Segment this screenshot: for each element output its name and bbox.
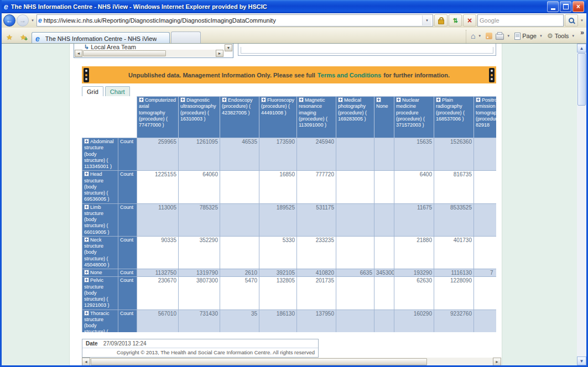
tab-chart[interactable]: Chart	[105, 86, 130, 96]
row-header[interactable]: Pelvic structure (body structure) ( 1292…	[82, 277, 118, 310]
history-dropdown-icon[interactable]: ▼	[30, 19, 35, 22]
cell: 186130	[259, 310, 297, 332]
scrollbar-track[interactable]	[90, 358, 493, 365]
column-header[interactable]: Positron emission tomography (procedure)…	[474, 97, 497, 138]
warning-banner: Unpublished data. Management Information…	[82, 66, 496, 83]
page-vertical-scrollbar[interactable]: ▲ ▼	[577, 44, 586, 365]
expand-icon[interactable]	[139, 97, 144, 102]
expand-icon[interactable]	[84, 311, 89, 316]
close-button[interactable]: ×	[573, 1, 584, 12]
print-button[interactable]: ▼	[496, 32, 511, 40]
search-options-icon[interactable]: ▼	[579, 19, 585, 22]
scrollbar-track[interactable]	[82, 50, 216, 57]
refresh-button[interactable]: ⇅	[449, 14, 462, 27]
minimize-button[interactable]	[547, 1, 559, 12]
cell: 259965	[137, 138, 179, 171]
expand-icon[interactable]	[396, 97, 401, 102]
expand-icon[interactable]	[84, 205, 89, 209]
address-field[interactable]: e ▼	[37, 14, 433, 27]
search-input[interactable]	[480, 17, 561, 24]
page-menu[interactable]: Page▼	[514, 33, 544, 40]
cell: 785325	[179, 203, 220, 236]
expand-icon[interactable]	[338, 97, 343, 102]
cell: 90335	[137, 236, 179, 269]
listbox-horizontal-scrollbar[interactable]: ◄ ►	[75, 50, 223, 57]
expand-icon[interactable]	[84, 277, 89, 282]
table-row: Limb structure (body structure) ( 660190…	[82, 203, 497, 236]
favorites-button[interactable]: ★	[3, 31, 16, 43]
listbox-scroll-down-button[interactable]: ▼	[225, 44, 232, 51]
search-box[interactable]	[477, 14, 564, 27]
row-header[interactable]: Thoracic structure (body structure) ( 51…	[82, 310, 118, 332]
scroll-right-button[interactable]: ►	[493, 358, 501, 365]
cell: 189525	[259, 203, 297, 236]
page-horizontal-scrollbar[interactable]: ◄ ►	[82, 358, 501, 365]
add-favorite-button[interactable]: ★+	[17, 31, 30, 43]
column-header[interactable]: Fluoroscopy (procedure) ( 44491008 )	[259, 97, 297, 138]
cell: 1132750	[137, 269, 179, 277]
expand-icon[interactable]	[376, 97, 381, 102]
scroll-left-button[interactable]: ◄	[82, 358, 90, 365]
expand-icon[interactable]	[436, 97, 441, 102]
row-header[interactable]: Limb structure (body structure) ( 660190…	[82, 203, 118, 236]
expand-icon[interactable]	[476, 97, 481, 102]
cell: 816735	[434, 171, 474, 203]
expand-icon[interactable]	[299, 97, 304, 102]
feeds-button[interactable]	[486, 33, 492, 39]
scrollbar-thumb[interactable]	[91, 358, 427, 365]
expand-icon[interactable]	[261, 97, 266, 102]
cell: 2610	[220, 269, 259, 277]
page-icon	[514, 33, 521, 40]
cell: 6635	[336, 269, 374, 277]
column-header[interactable]: None	[374, 97, 394, 138]
home-icon: ⌂	[471, 33, 475, 39]
lock-icon	[438, 19, 444, 24]
toolbar-overflow-button[interactable]: »	[580, 28, 585, 36]
stop-button[interactable]: ×	[463, 14, 476, 27]
column-header[interactable]: Diagnostic ultrasonography (procedure) (…	[179, 97, 220, 138]
restore-button[interactable]	[560, 1, 571, 12]
expand-icon[interactable]	[84, 171, 89, 176]
tab-grid[interactable]: Grid	[82, 86, 103, 96]
browser-tab[interactable]: e The NHS Information Centre - NHS iView	[32, 32, 170, 44]
row-header[interactable]: None	[82, 269, 118, 277]
tools-menu[interactable]: ⚙Tools▼	[547, 33, 576, 39]
expand-icon[interactable]	[84, 237, 89, 242]
row-header[interactable]: Neck structure (body structure) ( 450480…	[82, 236, 118, 269]
cell: 245940	[297, 138, 336, 171]
search-button[interactable]	[565, 14, 578, 27]
url-input[interactable]	[44, 17, 420, 24]
scrollbar-thumb[interactable]	[577, 53, 586, 106]
scroll-down-button[interactable]: ▼	[577, 356, 586, 365]
scroll-up-button[interactable]: ▲	[577, 44, 586, 53]
back-button[interactable]: ←	[3, 14, 15, 27]
scrollbar-thumb[interactable]	[83, 50, 166, 56]
row-header[interactable]: Abdominal structure (body structure) ( 1…	[82, 138, 118, 171]
home-button[interactable]: ⌂▼	[471, 33, 482, 39]
count-label: Count	[118, 138, 137, 171]
scroll-right-button[interactable]: ►	[216, 50, 223, 57]
column-header[interactable]: Magnetic resonance imaging (procedure) (…	[297, 97, 336, 138]
selection-panel	[238, 44, 496, 56]
title-bar: e The NHS Information Centre - NHS iView…	[2, 0, 586, 13]
address-dropdown-button[interactable]: ▼	[422, 15, 431, 25]
scroll-left-button[interactable]: ◄	[75, 50, 82, 57]
column-header[interactable]: Nuclear medicine procedure (procedure) (…	[394, 97, 434, 138]
column-header[interactable]: Medical photography (procedure) ( 169283…	[336, 97, 374, 138]
column-header[interactable]: Plain radiography (procedure) ( 16853700…	[434, 97, 474, 138]
scrollbar-track[interactable]	[577, 53, 586, 356]
expand-icon[interactable]	[84, 139, 89, 144]
cell: 5330	[259, 236, 297, 269]
new-tab-button[interactable]	[171, 32, 201, 44]
column-header[interactable]: Computerized axial tomography (procedure…	[137, 97, 179, 138]
expand-icon[interactable]	[222, 97, 227, 102]
column-header[interactable]: Endoscopy (procedure) ( 423827005 )	[220, 97, 259, 138]
arrow-right-icon: ►	[218, 51, 222, 55]
security-lock-button[interactable]	[434, 14, 447, 27]
row-header[interactable]: Head structure (body structure) ( 695360…	[82, 171, 118, 203]
expand-icon[interactable]	[84, 270, 89, 275]
cell	[220, 171, 259, 203]
expand-icon[interactable]	[180, 97, 185, 102]
terms-and-conditions-link[interactable]: Terms and Conditions	[318, 72, 381, 78]
forward-button[interactable]: →	[17, 14, 29, 27]
